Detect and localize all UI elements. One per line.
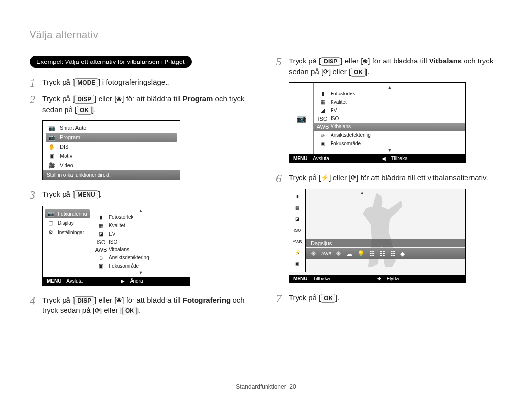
step-5: 5 Tryck på [DISP] eller [❀] för att bläd… [276,56,502,77]
text: ]. [335,293,339,302]
size-icon: ▮ [97,214,105,220]
opt-label: EV [109,231,115,237]
step-number: 1 [30,77,42,89]
sun-icon: ☀ [336,250,341,257]
fotografering-bold: Fotografering [183,296,231,304]
wb-side-icons: ▮ ▦ ◪ ISO AWB ⚡̷ ▣ [289,189,306,272]
scroll-up-icon: ▲ [314,85,466,90]
text: ] eller [ [329,173,351,182]
opt-label: Fotostorlek [109,215,133,220]
menu-side-row: 📷Fotografering [45,209,90,218]
scroll-down-icon: ▼ [314,148,466,153]
menu-option: ▮Fotostorlek [314,90,466,98]
opt-label: Vitbalans [331,124,351,129]
scroll-up-icon: ▲ [92,208,190,213]
bottom-right: Tillbaka [391,156,408,161]
menu-bottom-bar: MENU Avsluta ◀ Tillbaka [289,154,466,163]
step-6: 6 Tryck på [⚡] eller [⟳] för att bläddra… [276,172,502,184]
vitbalans-bold: Vitbalans [429,57,462,65]
step-2: 2 Tryck på [DISP] eller [❀] för att bläd… [30,93,256,115]
menu-option: ISOISO [92,238,190,246]
face-icon: ☺ [97,255,105,261]
left-arrow-icon: ◀ [382,156,386,161]
scroll-down-icon: ▼ [92,270,190,275]
disp-button-label: DISP [74,95,94,104]
opt-label: ISO [331,116,339,121]
menu-option: AWBVitbalans [92,246,190,254]
menu-side-row: ⚙Inställningar [45,228,90,237]
menu-side-label: Fotografering [58,211,87,216]
hint-bar: Ställ in olika funktioner direkt. [43,170,180,180]
menu-side-row: ▢Display [45,218,90,228]
scroll-up-icon: ▲ [360,190,364,195]
wb-preview-screenshot: ▮ ▦ ◪ ISO AWB ⚡̷ ▣ ▲ Dagsljus ☀ AWB ☀ ☁ … [289,189,466,283]
menu-small-label: MENU [293,156,307,161]
text: ] eller [ [340,57,363,65]
mode-row: ✋DIS [43,142,180,152]
text: Tryck på [ [42,78,74,86]
opt-label: Kvalitet [109,223,125,228]
iso-icon: ISO [319,116,327,122]
opt-label: ISO [109,239,117,245]
text: ] eller [ [94,94,116,103]
ok-button-label: OK [351,68,366,77]
text: ] för att bläddra till ett vitbalansalte… [356,173,488,182]
size-icon: ▮ [296,194,299,199]
text: ]. [98,190,102,198]
step-number: 6 [276,172,289,184]
opt-label: EV [331,108,337,113]
quality-icon: ▦ [319,99,327,105]
text: ] för att bläddra till [368,57,429,65]
text: ] eller [ [329,67,351,76]
flash-icon: ⚡ [321,173,329,183]
text: ] eller [ [100,306,122,314]
bottom-left: Avsluta [313,156,329,161]
ok-button-label: OK [77,106,92,115]
camera-icon: 📷 [47,211,55,217]
text: ]. [366,67,369,76]
iso-icon: ISO [294,228,301,233]
menu-option: ▣Fokusområde [92,262,190,270]
mode-row: 🎥Video [43,161,180,170]
mode-row: ▣Motiv [43,152,180,161]
menu-option: ☺Ansiktsdetektering [92,254,190,262]
mode-label: Motiv [60,153,72,159]
page-footer: Standardfunktioner 20 [0,383,532,390]
awb-icon: AWB [97,247,105,253]
camera-icon: 📷 [298,114,305,123]
menu-screenshot: 📷Fotografering ▢Display ⚙Inställningar ▲… [42,206,190,286]
menu-side-label: Display [58,220,74,226]
scene-icon: ▣ [48,153,56,159]
step-1: 1 Tryck på [MODE] i fotograferingsläget. [30,77,256,89]
bottom-right: Ändra [130,278,143,284]
bottom-left: Tillbaka [313,276,330,281]
program-bold: Program [183,94,213,103]
focus-icon: ▣ [295,262,299,266]
step-7: 7 Tryck på [OK]. [276,292,502,304]
menu-option: ◪EV [92,230,190,238]
mode-button-label: MODE [74,78,98,87]
awb-icon: AWB [321,251,331,256]
size-icon: ▮ [319,91,327,97]
right-column: 5 Tryck på [DISP] eller [❀] för att bläd… [276,56,502,321]
step-number: 5 [276,56,289,67]
text: Tryck på [ [289,173,321,182]
step-number: 3 [30,189,42,201]
step-number: 7 [276,292,289,304]
footer-label: Standardfunktioner [236,383,286,390]
step-number: 2 [30,93,42,105]
step-3: 3 Tryck på [MENU]. [30,189,256,201]
iso-icon: ISO [97,239,105,245]
program-icon: 📷 [48,134,56,141]
step-4: 4 Tryck på [DISP] eller [❀] för att bläd… [30,295,256,316]
display-icon: ▢ [47,220,55,226]
opt-label: Ansiktsdetektering [109,255,149,260]
right-arrow-icon: ▶ [121,278,125,284]
awb-icon: AWB [292,240,302,244]
opt-label: Fokusområde [109,263,139,269]
page-title: Välja alternativ [30,30,502,41]
timer-icon: ⟳ [323,67,329,77]
left-column: Exempel: Välja ett alternativ för vitbal… [30,56,256,321]
opt-label: Kvalitet [331,99,347,105]
cloud-icon: ☁ [346,250,352,257]
